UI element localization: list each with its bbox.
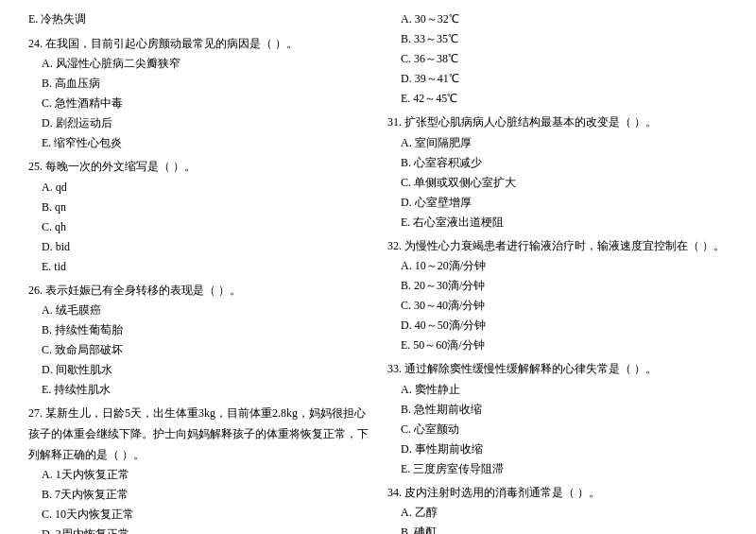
- option: D. bid: [28, 237, 369, 257]
- option: B. 碘酊: [387, 523, 728, 534]
- question-block: 31. 扩张型心肌病病人心脏结构最基本的改变是（ ）。A. 室间隔肥厚B. 心室…: [387, 112, 728, 233]
- option: E. 50～60滴/分钟: [387, 336, 728, 355]
- option: B. 持续性葡萄胎: [28, 320, 369, 340]
- question-title: 25. 每晚一次的外文缩写是（ ）。: [28, 157, 369, 178]
- option: B. qn: [28, 198, 369, 217]
- option: D. 间歇性肌水: [28, 360, 369, 380]
- option: D. 2周内恢复正常: [28, 525, 369, 534]
- question-title: 32. 为慢性心力衰竭患者进行输液治疗时，输液速度宜控制在（ ）。: [387, 236, 728, 257]
- option: C. 急性酒精中毒: [28, 94, 369, 113]
- option: E. tid: [28, 257, 369, 277]
- question-block: 25. 每晚一次的外文缩写是（ ）。A. qdB. qnC. qhD. bidE…: [28, 157, 369, 277]
- option: D. 心室壁增厚: [387, 193, 728, 213]
- question-block: 27. 某新生儿，日龄5天，出生体重3kg，目前体重2.8kg，妈妈很担心孩子的…: [28, 404, 369, 534]
- option: D. 剧烈运动后: [28, 113, 369, 133]
- question-title: 27. 某新生儿，日龄5天，出生体重3kg，目前体重2.8kg，妈妈很担心孩子的…: [28, 404, 369, 465]
- question-title: 33. 通过解除窦性缓慢性缓解解释的心律失常是（ ）。: [387, 359, 728, 380]
- option: D. 40～50滴/分钟: [387, 316, 728, 336]
- option: A. 室间隔肥厚: [387, 133, 728, 153]
- page-container: E. 冷热失调24. 在我国，目前引起心房颤动最常见的病因是（ ）。A. 风湿性…: [28, 9, 728, 534]
- option: B. 急性期前收缩: [387, 400, 728, 420]
- option: E. 缩窄性心包炎: [28, 133, 369, 153]
- option: A. 1天内恢复正常: [28, 465, 369, 485]
- option: E. 右心室液出道梗阻: [387, 213, 728, 233]
- question-title: 26. 表示妊娠已有全身转移的表现是（ ）。: [28, 281, 369, 301]
- option: B. 心室容积减少: [387, 153, 728, 173]
- option: A. 30～32℃: [387, 9, 728, 29]
- question-block: 26. 表示妊娠已有全身转移的表现是（ ）。A. 绒毛膜癌B. 持续性葡萄胎C.…: [28, 281, 369, 401]
- left-column: E. 冷热失调24. 在我国，目前引起心房颤动最常见的病因是（ ）。A. 风湿性…: [28, 9, 369, 534]
- option: A. qd: [28, 178, 369, 198]
- option: C. 10天内恢复正常: [28, 505, 369, 525]
- question-title: 24. 在我国，目前引起心房颤动最常见的病因是（ ）。: [28, 34, 369, 55]
- option: A. 风湿性心脏病二尖瓣狭窄: [28, 54, 369, 74]
- option: A. 窦性静止: [387, 380, 728, 400]
- right-column: A. 30～32℃B. 33～35℃C. 36～38℃D. 39～41℃E. 4…: [387, 9, 728, 534]
- question-block: 24. 在我国，目前引起心房颤动最常见的病因是（ ）。A. 风湿性心脏病二尖瓣狭…: [28, 34, 369, 154]
- question-title: 34. 皮内注射时选用的消毒剂通常是（ ）。: [387, 483, 728, 504]
- question-block: 32. 为慢性心力衰竭患者进行输液治疗时，输液速度宜控制在（ ）。A. 10～2…: [387, 236, 728, 356]
- question-block: 34. 皮内注射时选用的消毒剂通常是（ ）。A. 乙醇B. 碘酊C. 碘附D. …: [387, 483, 728, 534]
- option: A. 乙醇: [387, 503, 728, 523]
- question-block: 33. 通过解除窦性缓慢性缓解解释的心律失常是（ ）。A. 窦性静止B. 急性期…: [387, 359, 728, 479]
- option: C. 致命局部破坏: [28, 340, 369, 360]
- option: C. 单侧或双侧心室扩大: [387, 173, 728, 193]
- option: B. 高血压病: [28, 74, 369, 94]
- option: B. 20～30滴/分钟: [387, 276, 728, 296]
- option: E. 42～45℃: [387, 89, 728, 109]
- option: E. 持续性肌水: [28, 380, 369, 400]
- option: D. 39～41℃: [387, 69, 728, 89]
- question-block: A. 30～32℃B. 33～35℃C. 36～38℃D. 39～41℃E. 4…: [387, 9, 728, 109]
- question-title: E. 冷热失调: [28, 9, 369, 30]
- option: C. 心室颤动: [387, 420, 728, 439]
- option: E. 三度房室传导阻滞: [387, 459, 728, 479]
- option: B. 7天内恢复正常: [28, 485, 369, 505]
- option: D. 事性期前收缩: [387, 439, 728, 459]
- option: C. qh: [28, 217, 369, 237]
- question-title: 31. 扩张型心肌病病人心脏结构最基本的改变是（ ）。: [387, 112, 728, 133]
- option: A. 10～20滴/分钟: [387, 256, 728, 276]
- question-block: E. 冷热失调: [28, 9, 369, 30]
- option: B. 33～35℃: [387, 29, 728, 49]
- option: C. 36～38℃: [387, 49, 728, 69]
- option: C. 30～40滴/分钟: [387, 296, 728, 316]
- option: A. 绒毛膜癌: [28, 301, 369, 320]
